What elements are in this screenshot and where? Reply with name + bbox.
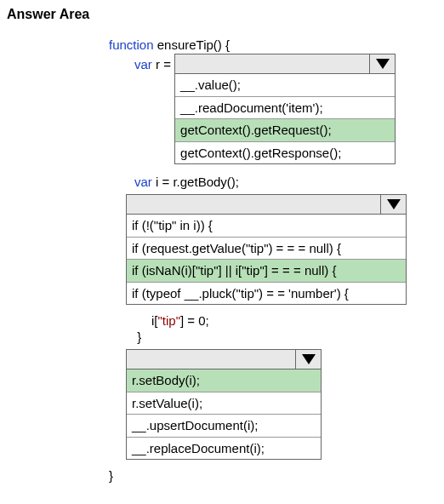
dropdown-option[interactable]: if (request.getValue("tip") = = = null) … [127,237,406,260]
dropdown-option[interactable]: __.upsertDocument(i); [127,414,321,437]
dropdown-1-header[interactable] [175,54,395,74]
dropdown-option[interactable]: r.setBody(i); [127,369,321,392]
dropdown-option[interactable]: getContext().getRequest(); [175,118,395,141]
svg-marker-1 [387,199,401,209]
dropdown-3-block: r.setBody(i);r.setValue(i);__.upsertDocu… [126,349,437,460]
dropdown-1-options: __.value();__.readDocument('item');getCo… [175,74,395,163]
dropdown-option[interactable]: if (!("tip" in i)) { [127,215,406,237]
getbody-text: i = r.getBody(); [152,175,239,189]
svg-marker-2 [302,354,316,364]
dropdown-option[interactable]: __.replaceDocument(i); [127,437,321,460]
dropdown-1[interactable]: __.value();__.readDocument('item');getCo… [174,54,396,164]
dropdown-3-header[interactable] [127,350,321,369]
dropdown-2[interactable]: if (!("tip" in i)) {if (request.getValue… [126,194,407,305]
var-i-line: var i = r.getBody(); [134,175,437,189]
page-title: Answer Area [7,7,437,22]
function-declaration: function ensureTip() { [109,37,437,52]
dropdown-2-block: if (!("tip" in i)) {if (request.getValue… [126,194,437,305]
dropdown-3-selected [127,350,295,369]
close-brace-inner: } [109,329,437,344]
close-brace-outer: } [109,468,437,483]
dropdown-2-header[interactable] [127,195,406,215]
var-r-row: var r = __.value();__.readDocument('item… [134,54,437,173]
dropdown-option[interactable]: if (isNaN(i)["tip"] || i["tip"] = = = nu… [127,259,406,282]
svg-marker-0 [376,59,390,69]
chevron-down-icon[interactable] [369,54,395,73]
tip-key: "tip" [158,313,181,328]
function-name: ensureTip() { [154,37,230,52]
dropdown-2-selected [127,195,380,214]
tip-post: ] = 0; [180,313,209,328]
tip-assign-line: i["tip"] = 0; [109,313,437,328]
tip-pre: i[ [109,313,158,328]
dropdown-3[interactable]: r.setBody(i);r.setValue(i);__.upsertDocu… [126,349,322,460]
dropdown-option[interactable]: __.readDocument('item'); [175,96,395,119]
dropdown-option[interactable]: r.setValue(i); [127,392,321,415]
chevron-down-icon[interactable] [380,195,406,214]
dropdown-option[interactable]: __.value(); [175,74,395,96]
keyword-var: var [134,57,152,72]
keyword-var: var [134,175,152,189]
chevron-down-icon[interactable] [295,350,321,369]
r-equals: r = [152,57,174,72]
dropdown-3-options: r.setBody(i);r.setValue(i);__.upsertDocu… [127,369,321,459]
dropdown-option[interactable]: if (typeof __.pluck("tip") = = 'number')… [127,282,406,305]
dropdown-1-selected [175,54,369,73]
dropdown-2-options: if (!("tip" in i)) {if (request.getValue… [127,215,406,304]
code-block: function ensureTip() { var r = __.value(… [7,37,437,483]
dropdown-option[interactable]: getContext().getResponse(); [175,141,395,164]
keyword-function: function [109,37,154,52]
